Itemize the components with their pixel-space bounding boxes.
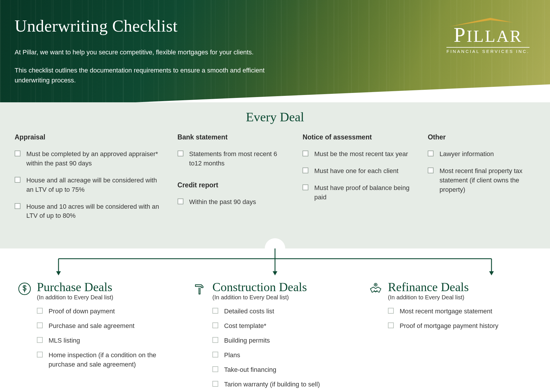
checklist-item: Tarion warranty (if building to sell) [212, 380, 357, 389]
checkbox-icon[interactable] [388, 322, 394, 328]
checklist-item: Must have one for each client [302, 166, 410, 176]
checklist-item: Take-out financing [212, 365, 357, 374]
checkbox-icon[interactable] [37, 308, 43, 314]
deals-section: Purchase Deals (In addition to Every Dea… [0, 278, 550, 392]
other-title: Other [428, 133, 535, 141]
checkbox-icon[interactable] [37, 337, 43, 343]
checkbox-icon[interactable] [302, 167, 308, 173]
checklist-item: Home inspection (if a condition on the p… [37, 350, 181, 369]
dollar-icon [18, 282, 32, 296]
checklist-item: Lawyer information [428, 149, 535, 159]
checklist-item: House and all acreage will be considered… [15, 176, 160, 194]
other-column: Other Lawyer information Most recent fin… [428, 133, 535, 228]
checklist-item: Detailed costs list [212, 307, 357, 316]
noa-title: Notice of assessment [302, 133, 410, 141]
checklist-label: Within the past 90 days [189, 197, 256, 207]
construction-subtitle: (In addition to Every Deal list) [212, 294, 307, 301]
refinance-title: Refinance Deals [388, 281, 469, 293]
checklist-item: Statements from most recent 6 to12 month… [178, 149, 285, 168]
checkbox-icon[interactable] [212, 322, 218, 328]
checkbox-icon[interactable] [178, 198, 183, 204]
checklist-item: Purchase and sale agreement [37, 321, 181, 331]
every-deal-section: Every Deal Appraisal Must be completed b… [0, 102, 550, 248]
checklist-label: Building permits [224, 336, 270, 345]
checklist-label: Detailed costs list [224, 307, 274, 316]
refinance-deals: Refinance Deals (In addition to Every De… [369, 281, 532, 392]
connector [0, 248, 550, 278]
svg-marker-1 [56, 271, 61, 275]
checkbox-icon[interactable] [388, 308, 394, 314]
bank-credit-column: Bank statement Statements from most rece… [178, 133, 285, 228]
brand-tagline: FINANCIAL SERVICES INC. [446, 49, 530, 54]
purchase-subtitle: (In addition to Every Deal list) [37, 294, 113, 301]
checkbox-icon[interactable] [302, 151, 308, 156]
checklist-label: Statements from most recent 6 to12 month… [189, 149, 285, 168]
hero-paragraph-2: This checklist outlines the documentatio… [15, 65, 272, 85]
checkbox-icon[interactable] [428, 151, 434, 156]
checklist-label: Proof of down payment [49, 307, 115, 316]
noa-column: Notice of assessment Must be the most re… [302, 133, 410, 228]
checklist-label: Lawyer information [439, 149, 494, 159]
checkbox-icon[interactable] [212, 308, 218, 314]
hammer-icon [193, 282, 207, 296]
checkbox-icon[interactable] [212, 337, 218, 343]
bank-title: Bank statement [178, 133, 285, 141]
checklist-label: MLS listing [49, 336, 80, 345]
checklist-item: House and 10 acres will be considered wi… [15, 202, 160, 221]
checklist-item: Proof of down payment [37, 307, 181, 316]
checklist-label: Tarion warranty (if building to sell) [224, 380, 320, 389]
checklist-item: Must be the most recent tax year [302, 149, 410, 159]
brand-logo: PILLAR FINANCIAL SERVICES INC. [446, 16, 530, 54]
checkbox-icon[interactable] [212, 381, 218, 387]
checklist-label: Most recent final property tax statement… [439, 166, 535, 194]
checkbox-icon[interactable] [302, 184, 308, 190]
handshake-icon [369, 282, 383, 296]
svg-marker-3 [489, 271, 494, 275]
appraisal-title: Appraisal [15, 133, 160, 141]
checklist-item: Most recent final property tax statement… [428, 166, 535, 194]
checklist-label: Most recent mortgage statement [400, 307, 492, 316]
checkbox-icon[interactable] [15, 151, 20, 156]
hero-paragraph-1: At Pillar, we want to help you secure co… [15, 47, 272, 57]
construction-title: Construction Deals [212, 281, 307, 293]
every-deal-heading: Every Deal [15, 102, 535, 133]
checklist-label: Take-out financing [224, 365, 276, 374]
hero-banner: Underwriting Checklist At Pillar, we wan… [0, 0, 550, 108]
checklist-item: Must be completed by an approved apprais… [15, 149, 160, 168]
checkbox-icon[interactable] [37, 352, 43, 358]
checklist-item: MLS listing [37, 336, 181, 345]
checkbox-icon[interactable] [178, 151, 183, 156]
checklist-label: Must be completed by an approved apprais… [26, 149, 160, 168]
checkbox-icon[interactable] [15, 203, 20, 209]
checkbox-icon[interactable] [37, 322, 43, 328]
checklist-label: Cost template* [224, 321, 266, 331]
brand-divider [446, 47, 530, 48]
purchase-title: Purchase Deals [37, 281, 113, 293]
checklist-label: Proof of mortgage payment history [400, 321, 499, 331]
roof-icon [446, 16, 514, 28]
checklist-label: Plans [224, 350, 240, 360]
appraisal-column: Appraisal Must be completed by an approv… [15, 133, 160, 228]
svg-marker-2 [273, 271, 277, 275]
checkbox-icon[interactable] [15, 177, 20, 183]
checklist-item: Proof of mortgage payment history [388, 321, 532, 331]
checklist-label: Home inspection (if a condition on the p… [49, 350, 181, 369]
checklist-item: Plans [212, 350, 357, 360]
checkbox-icon[interactable] [212, 366, 218, 372]
checkbox-icon[interactable] [428, 167, 434, 173]
checklist-label: Must have one for each client [314, 166, 398, 176]
purchase-deals: Purchase Deals (In addition to Every Dea… [18, 281, 181, 392]
refinance-subtitle: (In addition to Every Deal list) [388, 294, 469, 301]
checklist-label: House and all acreage will be considered… [26, 176, 160, 194]
checklist-label: Must be the most recent tax year [314, 149, 408, 159]
checkbox-icon[interactable] [212, 352, 218, 358]
svg-marker-0 [449, 18, 513, 27]
checklist-label: Purchase and sale agreement [49, 321, 135, 331]
checklist-label: Must have proof of balance being paid [314, 183, 410, 202]
checklist-item: Building permits [212, 336, 357, 345]
checklist-label: House and 10 acres will be considered wi… [26, 202, 160, 221]
construction-deals: Construction Deals (In addition to Every… [193, 281, 357, 392]
checklist-item: Within the past 90 days [178, 197, 285, 207]
credit-title: Credit report [178, 181, 285, 189]
checklist-item: Must have proof of balance being paid [302, 183, 410, 202]
